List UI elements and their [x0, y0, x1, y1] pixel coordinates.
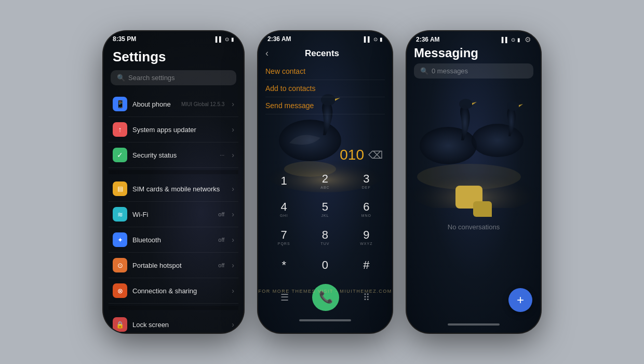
- settings-item-about-phone[interactable]: 📱 About phone MIUI Global 12.5.3 ›: [109, 92, 238, 117]
- settings-item-lockscreen[interactable]: 🔒 Lock screen ›: [109, 312, 238, 333]
- about-phone-label: About phone: [132, 100, 176, 108]
- home-bar-2: [258, 316, 392, 326]
- dial-key-0[interactable]: 0: [310, 252, 341, 279]
- wifi-chevron: ›: [232, 210, 234, 218]
- back-button[interactable]: ‹: [265, 48, 269, 59]
- dial-num-2: 2: [322, 173, 328, 185]
- dial-num-5: 5: [322, 201, 328, 213]
- status-time-3: 2:36 AM: [416, 36, 440, 43]
- gear-icon-settings[interactable]: ⚙: [525, 35, 531, 44]
- dial-num-0: 0: [322, 259, 328, 271]
- dial-alpha-7: PQRS: [278, 242, 290, 245]
- dial-row-2: 4 GHI 5 JKL 6 MNO: [263, 196, 387, 223]
- settings-divider-2: [109, 306, 238, 310]
- msg-search-icon: 🔍: [420, 67, 428, 75]
- wifi-icon-3: ⊙: [511, 37, 515, 43]
- signal-icon-1: ▌▌: [216, 36, 223, 42]
- compose-button[interactable]: +: [508, 288, 532, 312]
- status-bar-1: 8:35 PM ▌▌ ⊙ ▮: [103, 31, 244, 45]
- settings-phone: 8:35 PM ▌▌ ⊙ ▮ Settings 🔍 Search setting…: [103, 31, 244, 333]
- status-bar-2: 2:36 AM ▌▌ ⊙ ▮: [258, 31, 392, 45]
- dial-alpha-8: TUV: [320, 242, 329, 245]
- system-apps-chevron: ›: [232, 125, 234, 134]
- home-indicator-3: [448, 323, 500, 326]
- hotspot-label: Portable hotspot: [132, 262, 213, 269]
- messaging-search-bar[interactable]: 🔍 0 messages: [414, 63, 533, 79]
- dialed-number: 010: [340, 147, 364, 163]
- settings-list: 📱 About phone MIUI Global 12.5.3 › ↑ Sys…: [103, 92, 244, 333]
- dial-alpha-9: WXYZ: [360, 242, 372, 245]
- settings-item-wifi[interactable]: ≋ Wi-Fi off ›: [109, 202, 238, 227]
- dial-key-7[interactable]: 7 PQRS: [269, 224, 300, 251]
- dial-row-4: * 0 #: [263, 252, 387, 279]
- status-icons-2: ▌▌ ⊙ ▮: [364, 36, 383, 42]
- new-contact-action[interactable]: New contact: [265, 63, 385, 80]
- hotspot-icon: ⊙: [113, 258, 127, 272]
- dial-key-4[interactable]: 4 GHI: [269, 196, 300, 223]
- msg-search-placeholder: 0 messages: [432, 67, 468, 75]
- status-time-1: 8:35 PM: [113, 35, 136, 43]
- phone-number-display: 010 ⌫: [258, 115, 392, 167]
- connection-chevron: ›: [232, 287, 234, 295]
- dial-key-5[interactable]: 5 JKL: [310, 196, 341, 223]
- search-placeholder: Search settings: [128, 74, 175, 82]
- wifi-icon-1: ⊙: [225, 36, 229, 42]
- connection-icon: ⊗: [113, 283, 127, 298]
- miui-version: MIUI Global 12.5.3: [181, 101, 224, 107]
- hotspot-chevron: ›: [232, 261, 234, 269]
- dial-alpha-3: DEF: [362, 186, 371, 189]
- security-label: Security status: [132, 151, 214, 159]
- signal-icon-3: ▌▌: [502, 37, 509, 43]
- dial-num-7: 7: [281, 229, 287, 241]
- call-button[interactable]: 📞: [312, 284, 339, 311]
- wifi-settings-icon: ≋: [113, 207, 127, 222]
- system-apps-label: System apps updater: [132, 126, 226, 134]
- add-to-contacts-action[interactable]: Add to contacts: [265, 80, 385, 97]
- dial-num-6: 6: [363, 201, 369, 213]
- settings-item-hotspot[interactable]: ⊙ Portable hotspot off ›: [109, 253, 238, 278]
- dial-alpha-5: JKL: [321, 214, 329, 217]
- delete-button[interactable]: ⌫: [368, 149, 383, 161]
- signal-icon-2: ▌▌: [364, 36, 371, 42]
- system-apps-icon: ↑: [113, 122, 127, 137]
- sim-chevron: ›: [232, 185, 234, 193]
- settings-item-connection[interactable]: ⊗ Connection & sharing ›: [109, 278, 238, 304]
- dial-key-3[interactable]: 3 DEF: [351, 167, 382, 194]
- status-bar-3: 2:36 AM ▌▌ ⊙ ▮ ⚙: [407, 31, 541, 46]
- send-message-action[interactable]: Send message: [265, 97, 385, 114]
- dial-key-8[interactable]: 8 TUV: [310, 224, 341, 251]
- dial-key-1[interactable]: 1: [269, 167, 300, 194]
- dial-num-9: 9: [363, 229, 369, 241]
- phones-container: 8:35 PM ▌▌ ⊙ ▮ Settings 🔍 Search setting…: [103, 31, 541, 333]
- bluetooth-icon: ✦: [113, 232, 127, 247]
- settings-item-security[interactable]: ✓ Security status ··· ›: [109, 142, 238, 168]
- settings-item-sim[interactable]: ▤ SIM cards & mobile networks ›: [109, 176, 238, 202]
- dial-key-9[interactable]: 9 WXYZ: [351, 224, 382, 251]
- security-value: ···: [220, 152, 224, 158]
- settings-item-bluetooth[interactable]: ✦ Bluetooth off ›: [109, 227, 238, 253]
- lockscreen-chevron: ›: [232, 320, 234, 329]
- dial-key-star[interactable]: *: [269, 252, 300, 279]
- about-phone-chevron: ›: [232, 100, 234, 108]
- watermark: FOR MORE THEMES VISIT - MIUITHEMEZ.COM: [258, 289, 392, 294]
- dial-key-2[interactable]: 2 ABC: [310, 167, 341, 194]
- sim-icon: ▤: [113, 181, 127, 196]
- message-icon-container: [455, 186, 492, 217]
- status-time-2: 2:36 AM: [267, 35, 291, 43]
- dial-num-4: 4: [281, 201, 287, 213]
- dial-num-star: *: [281, 259, 286, 271]
- messaging-phone: 2:36 AM ▌▌ ⊙ ▮ ⚙ Messaging 🔍 0 messages: [407, 31, 541, 333]
- dial-num-hash: #: [363, 259, 369, 271]
- dial-alpha-6: MNO: [361, 214, 371, 217]
- dial-key-hash[interactable]: #: [351, 252, 382, 279]
- lockscreen-icon: 🔒: [113, 317, 127, 332]
- message-bubble-secondary: [473, 201, 492, 217]
- settings-item-system-apps[interactable]: ↑ System apps updater ›: [109, 117, 238, 142]
- settings-search-bar[interactable]: 🔍 Search settings: [111, 70, 236, 85]
- dial-alpha-2: ABC: [320, 186, 329, 189]
- messaging-title: Messaging: [407, 46, 541, 60]
- dial-key-6[interactable]: 6 MNO: [351, 196, 382, 223]
- bluetooth-label: Bluetooth: [132, 236, 213, 244]
- hotspot-value: off: [218, 262, 224, 268]
- wifi-icon-2: ⊙: [373, 36, 378, 42]
